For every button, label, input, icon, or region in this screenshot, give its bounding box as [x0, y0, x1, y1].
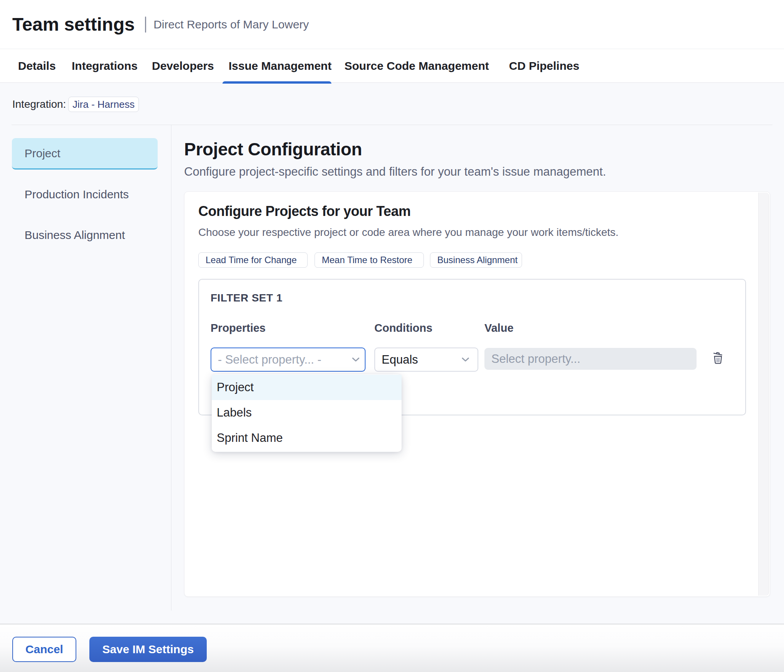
- integration-row: Integration: Jira - Harness: [0, 83, 784, 125]
- integration-label: Integration:: [12, 97, 66, 112]
- sidebar-item-production-incidents[interactable]: Production Incidents: [12, 179, 158, 210]
- sidebar: Project Production Incidents Business Al…: [0, 125, 171, 611]
- cancel-button[interactable]: Cancel: [12, 637, 76, 662]
- properties-placeholder: - Select property... -: [218, 353, 321, 367]
- integration-chip[interactable]: Jira - Harness: [68, 97, 139, 112]
- main-panel: Project Configuration Configure project-…: [171, 125, 784, 624]
- page-subtitle: Direct Reports of Mary Lowery: [153, 18, 309, 31]
- chip-lead-time-for-change[interactable]: Lead Time for Change: [198, 252, 308, 268]
- delete-filter-button[interactable]: [713, 351, 723, 364]
- properties-select[interactable]: - Select property... -: [211, 348, 366, 372]
- tab-details[interactable]: Details: [8, 49, 62, 82]
- dropdown-option-labels[interactable]: Labels: [212, 400, 402, 425]
- sidebar-item-business-alignment[interactable]: Business Alignment: [12, 219, 158, 251]
- properties-dropdown-menu: Project Labels Sprint Name: [212, 374, 402, 452]
- value-placeholder: Select property...: [491, 352, 580, 366]
- dropdown-option-project[interactable]: Project: [212, 375, 402, 400]
- filter-controls-row: - Select property... - Project Labels Sp…: [211, 348, 734, 372]
- value-input[interactable]: Select property...: [484, 348, 697, 370]
- chip-business-alignment[interactable]: Business Alignment: [430, 252, 522, 268]
- page-footer: Cancel Save IM Settings: [0, 624, 784, 672]
- tab-integrations[interactable]: Integrations: [62, 49, 142, 82]
- page-header: Team settings Direct Reports of Mary Low…: [0, 0, 784, 49]
- chevron-down-icon: [352, 357, 359, 362]
- tab-developers[interactable]: Developers: [142, 49, 219, 82]
- team-settings-page: Team settings Direct Reports of Mary Low…: [0, 0, 784, 672]
- tab-issue-management[interactable]: Issue Management: [219, 49, 335, 82]
- card-scrollbar[interactable]: [758, 193, 769, 596]
- conditions-select[interactable]: Equals: [374, 348, 478, 372]
- tab-source-code-management[interactable]: Source Code Management: [335, 49, 499, 82]
- card-title: Configure Projects for your Team: [198, 203, 756, 219]
- column-label-conditions: Conditions: [374, 321, 478, 335]
- column-label-value: Value: [484, 321, 697, 335]
- filter-set-title: FILTER SET 1: [211, 292, 734, 304]
- chevron-down-icon: [462, 357, 469, 362]
- metric-chips: Lead Time for Change Mean Time to Restor…: [198, 252, 756, 268]
- content-area: Integration: Jira - Harness Project Prod…: [0, 83, 784, 624]
- card-subtitle: Choose your respective project or code a…: [198, 226, 756, 239]
- content-split: Project Production Incidents Business Al…: [0, 125, 784, 624]
- tab-cd-pipelines[interactable]: CD Pipelines: [499, 49, 574, 82]
- filter-column-labels: Properties Conditions Value: [211, 321, 734, 335]
- page-title: Team settings: [12, 14, 135, 35]
- section-subtitle: Configure project-specific settings and …: [184, 165, 771, 179]
- dropdown-option-sprint-name[interactable]: Sprint Name: [212, 425, 402, 451]
- column-label-properties: Properties: [211, 321, 366, 335]
- section-title: Project Configuration: [184, 139, 771, 160]
- project-config-card: Configure Projects for your Team Choose …: [184, 191, 770, 597]
- tab-bar: Details Integrations Developers Issue Ma…: [0, 49, 784, 83]
- trash-icon: [713, 351, 723, 364]
- sidebar-item-project[interactable]: Project: [12, 138, 158, 170]
- filter-set-box: FILTER SET 1 Properties Conditions Value…: [198, 279, 746, 415]
- chip-mean-time-to-restore[interactable]: Mean Time to Restore: [315, 252, 424, 268]
- conditions-value: Equals: [382, 353, 418, 367]
- save-im-settings-button[interactable]: Save IM Settings: [89, 637, 207, 662]
- properties-column: - Select property... - Project Labels Sp…: [211, 348, 374, 372]
- title-separator: [145, 16, 146, 33]
